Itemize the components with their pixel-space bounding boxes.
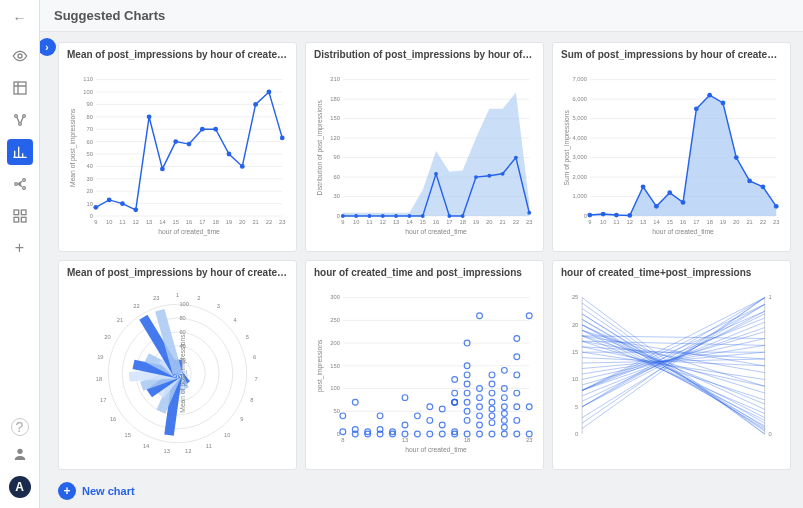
cluster-icon[interactable] xyxy=(7,171,33,197)
svg-text:15: 15 xyxy=(173,219,179,225)
svg-point-12 xyxy=(17,449,22,454)
svg-text:9: 9 xyxy=(240,416,243,422)
svg-text:19: 19 xyxy=(473,219,479,225)
svg-text:4: 4 xyxy=(233,317,237,323)
svg-text:110: 110 xyxy=(83,77,93,83)
svg-text:17: 17 xyxy=(693,219,699,225)
svg-text:17: 17 xyxy=(446,219,452,225)
svg-text:21: 21 xyxy=(499,219,505,225)
svg-point-61 xyxy=(213,127,218,132)
svg-text:18: 18 xyxy=(212,219,218,225)
svg-text:11: 11 xyxy=(613,219,619,225)
new-chart-button[interactable]: + New chart xyxy=(58,482,785,500)
svg-text:100: 100 xyxy=(83,89,93,95)
add-button[interactable]: + xyxy=(7,235,33,261)
svg-point-153 xyxy=(654,204,659,209)
svg-text:14: 14 xyxy=(653,219,660,225)
svg-point-287 xyxy=(526,404,532,410)
chart-title: Mean of post_impressions by hour of crea… xyxy=(67,267,288,278)
svg-text:20: 20 xyxy=(572,322,578,328)
view-icon[interactable] xyxy=(7,43,33,69)
svg-text:14: 14 xyxy=(159,219,166,225)
svg-point-244 xyxy=(452,399,458,405)
svg-point-152 xyxy=(641,184,646,189)
svg-text:120: 120 xyxy=(330,135,340,141)
user-icon[interactable] xyxy=(12,446,28,466)
svg-text:6,000: 6,000 xyxy=(573,96,587,102)
chart-card[interactable]: Distribution of post_impressions by hour… xyxy=(305,42,544,252)
svg-point-60 xyxy=(200,127,205,132)
svg-point-275 xyxy=(501,404,507,410)
svg-point-5 xyxy=(14,183,17,186)
svg-text:9: 9 xyxy=(94,219,97,225)
chart-card[interactable]: Sum of post_impressions by hour of creat… xyxy=(552,42,791,252)
svg-point-111 xyxy=(487,174,491,178)
svg-text:0: 0 xyxy=(337,213,340,219)
chart-card[interactable]: Mean of post_impressions by hour of crea… xyxy=(58,260,297,470)
svg-point-226 xyxy=(377,413,383,419)
svg-text:19: 19 xyxy=(226,219,232,225)
svg-line-342 xyxy=(582,298,765,424)
svg-point-112 xyxy=(501,172,505,176)
svg-text:18: 18 xyxy=(459,219,465,225)
chart-card[interactable]: hour of created_time+post_impressions 05… xyxy=(552,260,791,470)
svg-point-6 xyxy=(22,179,25,182)
svg-point-217 xyxy=(340,413,346,419)
svg-point-157 xyxy=(707,93,712,98)
graph-icon[interactable] xyxy=(7,107,33,133)
svg-text:5: 5 xyxy=(246,334,249,340)
svg-rect-1 xyxy=(14,82,26,94)
svg-point-236 xyxy=(427,418,433,424)
chart-card[interactable]: Mean of post_impressions by hour of crea… xyxy=(58,42,297,252)
page-title-text: Suggested Charts xyxy=(54,8,165,23)
svg-point-156 xyxy=(694,106,699,111)
svg-point-0 xyxy=(18,54,22,58)
svg-point-4 xyxy=(18,123,21,126)
svg-text:23: 23 xyxy=(279,219,285,225)
svg-point-250 xyxy=(464,399,470,405)
svg-text:5: 5 xyxy=(575,404,578,410)
svg-point-245 xyxy=(452,390,458,396)
svg-text:90: 90 xyxy=(87,101,93,107)
main-panel: Suggested Charts › Mean of post_impressi… xyxy=(40,0,803,508)
svg-text:15: 15 xyxy=(572,349,578,355)
svg-text:2: 2 xyxy=(197,295,200,301)
svg-text:210: 210 xyxy=(330,77,340,83)
svg-point-65 xyxy=(267,90,272,95)
table-icon[interactable] xyxy=(7,75,33,101)
svg-text:22: 22 xyxy=(760,219,766,225)
svg-point-54 xyxy=(120,201,125,206)
back-button[interactable]: ← xyxy=(13,10,27,26)
svg-text:19: 19 xyxy=(97,354,103,360)
svg-point-230 xyxy=(402,395,408,401)
layout-icon[interactable] xyxy=(7,203,33,229)
svg-point-239 xyxy=(439,422,445,428)
svg-text:10: 10 xyxy=(87,201,93,207)
svg-text:30: 30 xyxy=(87,176,93,182)
svg-text:150: 150 xyxy=(330,363,340,369)
app-badge-icon[interactable]: A xyxy=(9,476,31,498)
svg-text:hour of created_time: hour of created_time xyxy=(405,446,467,454)
svg-text:10: 10 xyxy=(224,432,230,438)
svg-text:10: 10 xyxy=(572,376,578,382)
svg-text:14: 14 xyxy=(143,443,150,449)
svg-line-343 xyxy=(582,298,765,429)
bar-chart-icon[interactable] xyxy=(7,139,33,165)
svg-point-267 xyxy=(489,399,495,405)
chart-card[interactable]: hour of created_time and post_impression… xyxy=(305,260,544,470)
svg-point-262 xyxy=(477,313,483,319)
chart-title: hour of created_time and post_impression… xyxy=(314,267,535,278)
svg-text:Sum of post_impressions: Sum of post_impressions xyxy=(563,109,571,185)
svg-text:60: 60 xyxy=(179,329,185,335)
svg-point-248 xyxy=(464,418,470,424)
svg-text:23: 23 xyxy=(526,219,532,225)
svg-text:16: 16 xyxy=(186,219,192,225)
svg-text:15: 15 xyxy=(667,219,673,225)
help-icon[interactable]: ? xyxy=(11,418,29,436)
svg-text:30: 30 xyxy=(334,193,340,199)
svg-text:70: 70 xyxy=(87,126,93,132)
svg-point-283 xyxy=(514,372,520,378)
svg-text:3: 3 xyxy=(217,303,220,309)
svg-point-258 xyxy=(477,413,483,419)
svg-point-253 xyxy=(464,372,470,378)
